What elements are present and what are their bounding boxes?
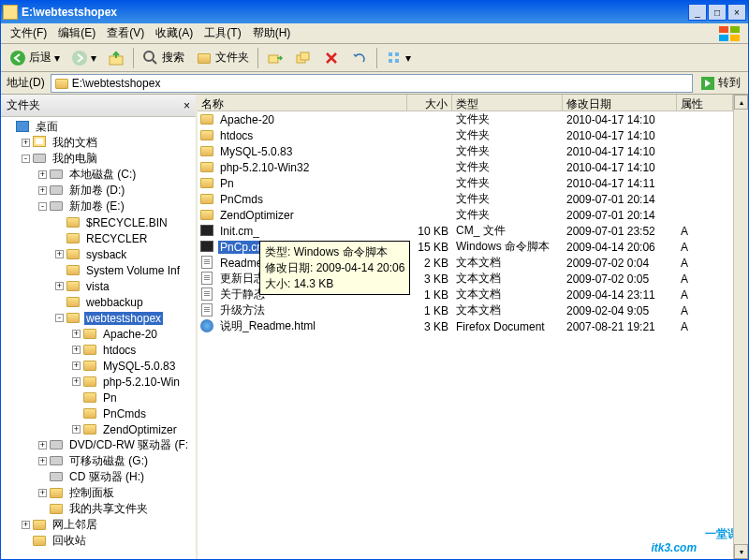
file-row[interactable]: 更新日志3 KB文本文档2009-07-02 0:05A [198,271,748,287]
expand-icon[interactable]: + [38,170,47,179]
column-header-name[interactable]: 名称 [198,95,407,111]
tree-node[interactable]: PnCmds [1,405,196,421]
tree-node[interactable]: -webtestshopex [1,310,196,326]
file-row[interactable]: 关于静态1 KB文本文档2009-04-14 23:11A [198,287,748,302]
menu-item-5[interactable]: 帮助(H) [247,23,297,43]
column-header-size[interactable]: 大小 [407,95,452,111]
folder-icon [83,422,98,437]
delete-button[interactable] [318,47,345,69]
tree-node[interactable]: 我的共享文件夹 [1,501,196,517]
expand-icon[interactable]: + [22,139,30,147]
tree-node[interactable]: +MySQL-5.0.83 [1,358,196,374]
tree-node-label: 回收站 [51,533,88,549]
tree-node[interactable]: Pn [1,390,196,405]
column-header-date[interactable]: 修改日期 [563,95,677,111]
back-button[interactable]: 后退 ▾ [5,47,65,69]
menu-item-4[interactable]: 工具(T) [198,23,246,43]
tree-node[interactable]: $RECYCLE.BIN [1,214,196,230]
file-row[interactable]: Readme.txt2 KB文本文档2009-07-02 0:04A [198,255,748,271]
file-row[interactable]: php-5.2.10-Win32文件夹2010-04-17 14:10 [198,159,748,175]
minimize-button[interactable]: _ [688,4,707,21]
tree-node[interactable]: +Apache-20 [1,326,196,342]
tree-node[interactable]: +DVD/CD-RW 驱动器 (F: [1,437,196,453]
tree-node[interactable]: +网上邻居 [1,517,196,533]
collapse-icon[interactable]: - [55,314,64,322]
tree-node[interactable]: System Volume Inf [1,262,196,278]
tree-node[interactable]: 桌面 [1,119,196,135]
file-row[interactable]: MySQL-5.0.83文件夹2010-04-17 14:10 [198,143,748,159]
expand-icon[interactable]: + [38,457,47,465]
copy-button[interactable] [290,47,316,69]
expand-icon[interactable]: + [72,346,81,354]
column-header-attr[interactable]: 属性 [677,95,733,111]
menu-item-1[interactable]: 编辑(E) [52,23,101,43]
file-size: 2 KB [407,257,452,270]
folder-icon [50,486,65,501]
column-header-type[interactable]: 类型 [452,95,563,111]
collapse-icon[interactable]: - [38,202,47,211]
folder-tree[interactable]: 桌面+我的文档-我的电脑+本地磁盘 (C:)+新加卷 (D:)-新加卷 (E:)… [1,117,196,559]
expand-icon[interactable]: + [72,361,81,370]
tree-node[interactable]: +新加卷 (D:) [1,183,196,199]
expand-icon[interactable]: + [72,425,81,434]
file-row[interactable]: 说明_Readme.html3 KBFirefox Document2007-0… [198,318,748,334]
scrollbar[interactable]: ▴ ▾ [733,95,748,559]
scroll-up-button[interactable]: ▴ [734,95,748,110]
scroll-down-button[interactable]: ▾ [734,544,748,559]
forward-button[interactable]: ▾ [66,47,101,69]
file-size: 3 KB [407,320,452,333]
file-row[interactable]: 升级方法1 KB文本文档2009-02-04 9:05A [198,302,748,318]
tree-node[interactable]: +控制面板 [1,485,196,501]
tree-node[interactable]: -新加卷 (E:) [1,199,196,214]
tree-node[interactable]: +ZendOptimizer [1,421,196,437]
menu-item-2[interactable]: 查看(V) [101,23,150,43]
file-row[interactable]: Init.cm_10 KBCM_ 文件2009-07-01 23:52A [198,223,748,239]
folders-button[interactable]: 文件夹 [191,47,254,69]
close-button[interactable]: × [727,4,746,21]
tree-node[interactable]: +可移动磁盘 (G:) [1,453,196,469]
maximize-button[interactable]: □ [708,4,727,21]
address-input[interactable]: E:\webtestshopex [51,74,693,93]
file-list[interactable]: Apache-20文件夹2010-04-17 14:10htdocs文件夹201… [198,111,748,559]
expand-icon[interactable]: + [38,186,47,195]
expand-icon[interactable]: + [22,521,30,529]
file-date: 2010-04-17 14:10 [563,145,677,158]
file-row[interactable]: ZendOptimizer文件夹2009-07-01 20:14 [198,207,748,223]
menu-item-3[interactable]: 收藏(A) [150,23,198,43]
search-button[interactable]: 搜索 [138,47,189,69]
expand-icon[interactable]: + [55,282,64,290]
menu-item-0[interactable]: 文件(F) [5,23,52,43]
tree-node[interactable]: 回收站 [1,533,196,549]
sidebar-close-button[interactable]: × [184,99,190,112]
tree-node[interactable]: CD 驱动器 (H:) [1,469,196,485]
up-button[interactable] [103,47,129,69]
file-row[interactable]: PnCmds文件夹2009-07-01 20:14 [198,191,748,207]
views-button[interactable]: ▾ [381,47,416,69]
expand-icon[interactable]: + [55,250,64,258]
tree-node[interactable]: -我的电脑 [1,151,196,167]
undo-button[interactable] [346,47,373,69]
expand-icon[interactable]: + [38,441,47,449]
file-attr: A [677,320,733,333]
tree-node[interactable]: +vista [1,278,196,294]
go-button[interactable]: 转到 [697,75,744,91]
tree-node[interactable]: webbackup [1,294,196,310]
tree-node-label: DVD/CD-RW 驱动器 (F: [67,437,190,453]
tree-node[interactable]: +sysback [1,246,196,262]
tree-node[interactable]: +本地磁盘 (C:) [1,167,196,183]
tree-node[interactable]: +我的文档 [1,135,196,151]
collapse-icon[interactable]: - [22,155,30,163]
expand-icon[interactable]: + [72,330,81,338]
move-button[interactable] [262,47,288,69]
expand-icon[interactable]: + [72,377,81,386]
file-row[interactable]: htdocs文件夹2010-04-17 14:10 [198,127,748,143]
file-row[interactable]: PnCp.cmd15 KBWindows 命令脚本2009-04-14 20:0… [198,239,748,255]
expand-icon[interactable]: + [38,489,47,497]
sidebar-title: 文件夹 [7,97,40,113]
file-name: 更新日志 [218,271,267,287]
file-row[interactable]: Pn文件夹2010-04-17 14:11 [198,175,748,191]
tree-node[interactable]: RECYCLER [1,230,196,246]
tree-node[interactable]: +php-5.2.10-Win [1,374,196,390]
file-row[interactable]: Apache-20文件夹2010-04-17 14:10 [198,111,748,127]
tree-node[interactable]: +htdocs [1,342,196,358]
